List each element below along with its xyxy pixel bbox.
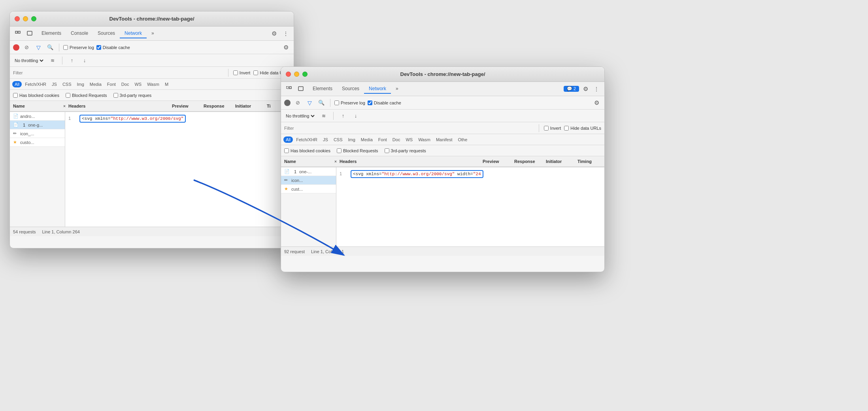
inspect-icon-2[interactable]	[284, 84, 294, 94]
type-other-2[interactable]: Othe	[455, 136, 470, 143]
search-icon-1[interactable]: 🔍	[45, 43, 55, 52]
titlebar-1: DevTools - chrome://new-tab-page/	[10, 11, 294, 27]
blocked-requests-1[interactable]: Blocked Requests	[66, 93, 107, 98]
tab-sources-2[interactable]: Sources	[337, 84, 364, 94]
type-fetch-2[interactable]: Fetch/XHR	[294, 136, 320, 143]
type-doc-2[interactable]: Doc	[390, 136, 403, 143]
tab-elements-1[interactable]: Elements	[37, 29, 66, 38]
content-area-1: 📄 andro... 📄 1 one-g... ✏ icon_... ★ cus…	[10, 112, 294, 227]
type-js-2[interactable]: JS	[321, 136, 330, 143]
hide-data-urls-input-1[interactable]	[253, 70, 258, 75]
close-button-2[interactable]	[286, 72, 291, 77]
disable-cache-checkbox-1[interactable]: Disable cache	[96, 45, 130, 50]
disable-cache-input-1[interactable]	[96, 45, 101, 50]
preserve-log-checkbox-2[interactable]: Preserve log	[334, 100, 365, 105]
tab-elements-2[interactable]: Elements	[308, 84, 337, 94]
upload-icon-1[interactable]: ↑	[67, 56, 77, 65]
main-toolbar-1: Elements Console Sources Network » ⚙ ⋮	[10, 27, 294, 41]
invert-checkbox-1[interactable]: Invert	[233, 70, 251, 75]
col-response-2: Response	[514, 159, 546, 164]
filter-icon-2[interactable]: ▽	[305, 98, 314, 108]
throttle-select-1[interactable]: No throttling	[13, 58, 45, 63]
settings-icon-1[interactable]: ⚙	[269, 29, 279, 38]
divider-5	[333, 112, 334, 120]
preserve-log-input-2[interactable]	[334, 100, 339, 105]
table-row-oneg-1[interactable]: 📄 1 one-g...	[10, 121, 65, 129]
type-all-2[interactable]: All	[283, 136, 293, 143]
type-m-1[interactable]: M	[162, 81, 171, 87]
blocked-requests-2[interactable]: Blocked Requests	[337, 148, 378, 153]
tab-network-1[interactable]: Network	[120, 29, 147, 38]
third-party-2[interactable]: 3rd-party requests	[385, 148, 426, 153]
inspect-icon[interactable]	[13, 29, 23, 38]
tab-sources-1[interactable]: Sources	[93, 29, 120, 38]
preserve-log-input-1[interactable]	[63, 45, 68, 50]
preserve-log-checkbox-1[interactable]: Preserve log	[63, 45, 94, 50]
disable-cache-checkbox-2[interactable]: Disable cache	[368, 100, 401, 105]
download-icon-2[interactable]: ↓	[351, 111, 360, 121]
search-icon-2[interactable]: 🔍	[317, 98, 326, 108]
type-wasm-2[interactable]: Wasm	[416, 136, 433, 143]
device-icon[interactable]	[25, 29, 34, 38]
type-doc-1[interactable]: Doc	[119, 81, 132, 87]
disable-cache-input-2[interactable]	[368, 100, 372, 105]
table-row-cust-2[interactable]: ★ cust...	[281, 185, 336, 193]
maximize-button-1[interactable]	[31, 16, 36, 21]
record-button-2[interactable]	[284, 100, 291, 106]
type-js-1[interactable]: JS	[49, 81, 59, 87]
type-img-2[interactable]: Img	[346, 136, 358, 143]
type-media-2[interactable]: Media	[359, 136, 375, 143]
type-manifest-2[interactable]: Manifest	[434, 136, 455, 143]
hide-data-urls-checkbox-2[interactable]: Hide data URLs	[564, 126, 601, 131]
type-img-1[interactable]: Img	[75, 81, 87, 87]
type-font-2[interactable]: Font	[376, 136, 389, 143]
clear-button-2[interactable]: ⊘	[293, 98, 302, 108]
type-fetch-1[interactable]: Fetch/XHR	[23, 81, 49, 87]
device-icon-2[interactable]	[296, 84, 306, 94]
minimize-button-2[interactable]	[294, 72, 299, 77]
blocked-cookies-2[interactable]: Has blocked cookies	[284, 148, 330, 153]
upload-icon-2[interactable]: ↑	[338, 111, 348, 121]
table-row-andro-1[interactable]: 📄 andro...	[10, 112, 65, 121]
type-wasm-1[interactable]: Wasm	[145, 81, 162, 87]
svg-rect-4	[289, 87, 291, 89]
type-ws-2[interactable]: WS	[403, 136, 415, 143]
tab-network-2[interactable]: Network	[364, 84, 391, 94]
hide-data-urls-input-2[interactable]	[564, 126, 569, 131]
invert-checkbox-2[interactable]: Invert	[544, 126, 561, 131]
download-icon-1[interactable]: ↓	[80, 56, 89, 65]
settings-icon-2[interactable]: ⚙	[581, 84, 590, 94]
tab-more-2[interactable]: »	[391, 84, 403, 94]
filter-input-2[interactable]	[284, 126, 534, 131]
blocked-cookies-1[interactable]: Has blocked cookies	[13, 93, 59, 98]
invert-input-1[interactable]	[233, 70, 238, 75]
throttle-select-2[interactable]: No throttling	[284, 113, 316, 119]
table-row-custo-1[interactable]: ★ custo...	[10, 138, 65, 147]
type-font-1[interactable]: Font	[105, 81, 118, 87]
tab-more-1[interactable]: »	[147, 29, 159, 38]
close-button-1[interactable]	[15, 16, 20, 21]
table-row-icon-1[interactable]: ✏ icon_...	[10, 129, 65, 138]
type-css-1[interactable]: CSS	[60, 81, 74, 87]
more-icon-1[interactable]: ⋮	[281, 29, 291, 38]
type-all-1[interactable]: All	[12, 81, 22, 87]
network-settings-1[interactable]: ⚙	[281, 43, 291, 52]
maximize-button-2[interactable]	[302, 72, 308, 77]
tab-console-1[interactable]: Console	[66, 29, 93, 38]
third-party-1[interactable]: 3rd-party reques	[113, 93, 152, 98]
invert-input-2[interactable]	[544, 126, 549, 131]
clear-button-1[interactable]: ⊘	[22, 43, 31, 52]
filter-input-1[interactable]	[13, 70, 223, 75]
minimize-button-1[interactable]	[23, 16, 28, 21]
type-css-2[interactable]: CSS	[331, 136, 345, 143]
type-media-1[interactable]: Media	[87, 81, 104, 87]
type-ws-1[interactable]: WS	[132, 81, 144, 87]
divider-1	[59, 44, 59, 51]
table-row-icon-2[interactable]: ✏ icon...	[281, 176, 336, 185]
network-settings-2[interactable]: ⚙	[592, 98, 601, 108]
table-row-one-2[interactable]: 📄 1 one-...	[281, 167, 336, 176]
more-icon-2[interactable]: ⋮	[592, 84, 601, 94]
divider-4	[330, 99, 330, 107]
record-button-1[interactable]	[13, 44, 19, 51]
filter-icon-1[interactable]: ▽	[34, 43, 43, 52]
